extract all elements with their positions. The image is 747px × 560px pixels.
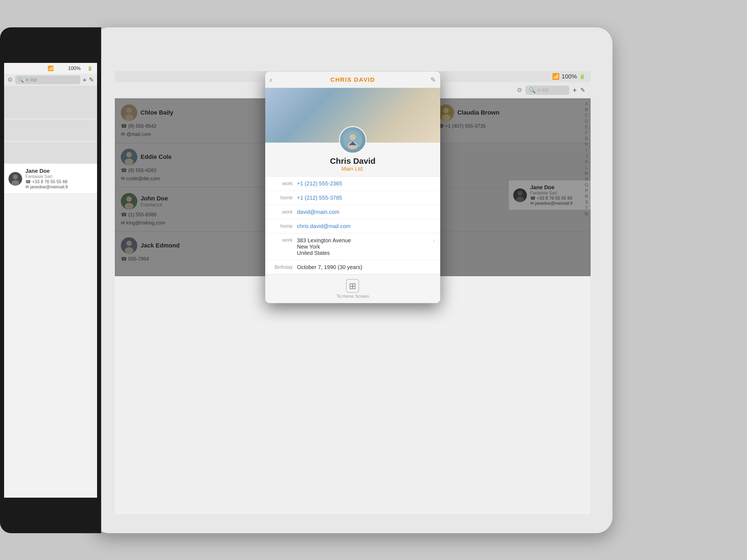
address-arrow-icon: › — [433, 237, 435, 244]
field-label-work-phone: work — [271, 181, 292, 186]
favorite-heart-icon[interactable]: ♡ — [430, 91, 436, 99]
modal-fields: work +1 (212) 555-2365 home +1 (212) 555… — [265, 176, 440, 275]
black-empty-section-a — [4, 86, 97, 119]
contact-detail-modal: ‹ CHRIS DAVID ✎ ♡ — [265, 72, 440, 303]
black-filter-icon[interactable]: ⚙ — [7, 76, 13, 83]
black-search-bar[interactable]: 🔍 in list — [15, 75, 80, 84]
field-value-home-phone: +1 (212) 555-3785 — [297, 195, 435, 201]
filter-icon[interactable]: ⚙ — [517, 87, 522, 94]
field-value-work-phone: +1 (212) 555-2365 — [297, 180, 435, 187]
black-status-bar: 📶 100% 🔋 — [4, 63, 97, 74]
field-label-home-email: home — [271, 223, 292, 229]
black-search-placeholder: in list — [25, 77, 36, 83]
field-label-birthday: Birthday — [271, 264, 292, 270]
black-contact-name-jane: Jane Doe — [25, 168, 68, 174]
add-to-home-icon: ⊞ — [346, 279, 359, 293]
field-label-address: work — [271, 237, 292, 243]
search-bar[interactable]: 🔍 in list — [525, 85, 569, 95]
modal-hero-image: ♡ — [265, 88, 440, 143]
header-right-controls: ⚙ 🔍 in list + ✎ — [517, 85, 585, 95]
svg-point-28 — [350, 134, 356, 140]
field-value-home-email: chris.david@mail.com — [297, 223, 435, 229]
search-icon: 🔍 — [529, 87, 536, 94]
black-contact-jane-doe[interactable]: Jane Doe Fantaisie Sarl. ☎ +33 8 76 55 5… — [4, 164, 97, 194]
modal-back-button[interactable]: ‹ — [269, 75, 272, 84]
field-label-home-phone: home — [271, 195, 292, 201]
edit-contacts-icon[interactable]: ✎ — [580, 87, 585, 94]
black-contact-email-jane: ✉ janedoe@memail.fr — [25, 184, 68, 189]
black-empty-section-c — [4, 142, 97, 163]
white-wifi-icon: 📶 — [552, 73, 560, 80]
field-row-work-phone[interactable]: work +1 (212) 555-2365 — [265, 177, 440, 191]
field-value-work-email: david@main.com — [297, 209, 435, 215]
white-tablet-screen: 📶 100% 🔋 CONTACTS ⚙ 🔍 in list + ✎ — [115, 71, 591, 514]
black-contact-phone-jane: ☎ +33 8 76 55 55 66 — [25, 179, 68, 184]
field-row-address[interactable]: work 383 Lexington Avenue New York Unite… — [265, 233, 440, 260]
modal-action-area[interactable]: ⊞ To Home Screen — [265, 275, 440, 303]
black-avatar-jane-doe — [8, 172, 22, 186]
black-search-icon: 🔍 — [18, 77, 24, 83]
black-contact-company-jane: Fantaisie Sarl. — [25, 174, 68, 179]
black-tablet: 📶 100% 🔋 ⚙ 🔍 in list + ✎ — [0, 27, 101, 533]
address-line-2: New York — [297, 244, 429, 250]
search-placeholder: in list — [537, 87, 548, 93]
modal-name: Chris David — [265, 156, 440, 166]
address-line-1: 383 Lexington Avenue — [297, 237, 429, 244]
address-line-3: United States — [297, 250, 429, 256]
black-add-icon[interactable]: + — [83, 76, 87, 84]
field-label-work-email: work — [271, 209, 292, 215]
modal-contact-title: CHRIS DAVID — [330, 76, 375, 83]
modal-company: Main Ltd. — [265, 166, 440, 172]
field-row-home-phone[interactable]: home +1 (212) 555-3785 — [265, 191, 440, 205]
white-tablet: 📶 100% 🔋 CONTACTS ⚙ 🔍 in list + ✎ — [93, 27, 613, 533]
svg-point-2 — [11, 180, 19, 186]
field-value-birthday: October 7, 1990 (30 years) — [297, 264, 435, 271]
svg-point-1 — [13, 175, 18, 179]
field-address-lines: 383 Lexington Avenue New York United Sta… — [297, 237, 429, 256]
white-battery-icon: 🔋 — [579, 74, 585, 80]
add-contact-icon[interactable]: + — [572, 86, 577, 95]
add-to-home-label: To Home Screen — [336, 294, 369, 299]
black-toolbar: ⚙ 🔍 in list + ✎ — [4, 74, 97, 86]
black-tablet-screen: 📶 100% 🔋 ⚙ 🔍 in list + ✎ — [4, 63, 97, 498]
field-row-birthday: Birthday October 7, 1990 (30 years) — [265, 260, 440, 275]
black-battery-percent: 100% — [68, 66, 81, 71]
white-battery-percent: 100% — [562, 73, 577, 80]
modal-edit-button[interactable]: ✎ — [430, 76, 436, 83]
field-row-work-email[interactable]: work david@main.com — [265, 205, 440, 219]
contacts-area: Chloe Baily (8) 555-9542 @mail.com — [115, 98, 591, 276]
modal-header: ‹ CHRIS DAVID ✎ — [265, 72, 440, 88]
modal-contact-avatar — [339, 126, 366, 154]
black-empty-section-b — [4, 119, 97, 141]
add-to-home-screen[interactable]: ⊞ To Home Screen — [336, 279, 369, 299]
field-row-home-email[interactable]: home chris.david@mail.com — [265, 219, 440, 233]
black-edit-icon[interactable]: ✎ — [89, 76, 94, 83]
